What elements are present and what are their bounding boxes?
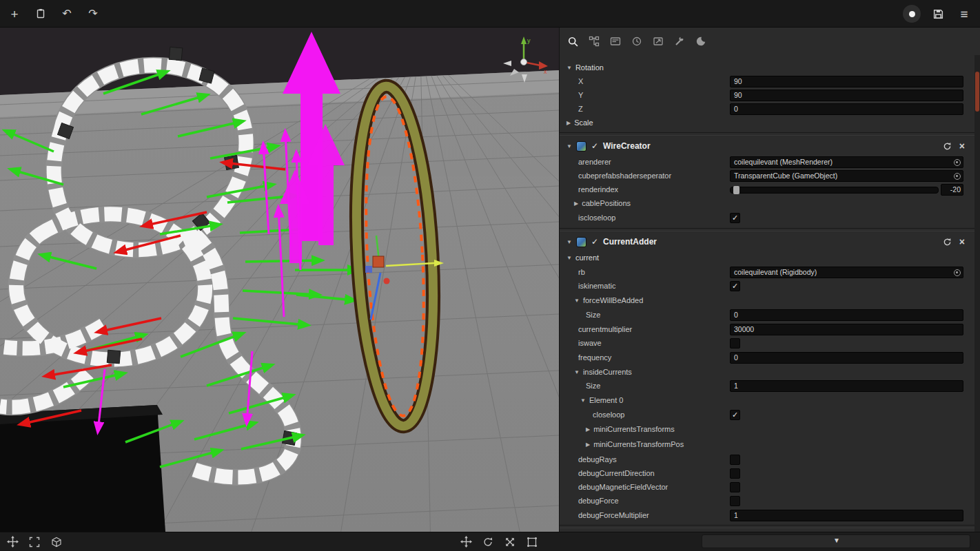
scene-viewport[interactable]: y x [0, 28, 559, 532]
reset-icon[interactable] [943, 142, 952, 151]
scrollbar-thumb[interactable] [975, 72, 979, 112]
slider-handle[interactable] [733, 186, 739, 194]
debugmagneticfieldvector-checkbox[interactable] [730, 482, 740, 492]
inspector-toolbar [560, 28, 980, 55]
cablepositions-foldout[interactable]: ▶cablePositions [574, 199, 631, 207]
foldout-closed-icon[interactable]: ▶ [566, 120, 571, 126]
insidecurrents-row: ▼insideCurrents [560, 365, 974, 379]
closeloop-checkbox[interactable]: ✓ [730, 410, 740, 420]
rotation-x-field[interactable]: 90 [730, 76, 963, 87]
component-name: WireCreator [603, 141, 651, 151]
rect-tool-icon[interactable] [525, 535, 539, 549]
element0-label: Element 0 [589, 396, 624, 404]
fullscreen-icon[interactable] [28, 535, 41, 549]
component-header-currentadder: ▼ ✓ CurrentAdder × [560, 234, 974, 251]
minitransforms-foldout[interactable]: ▶miniCurrentsTransforms [586, 425, 675, 433]
clipboard-icon[interactable] [32, 5, 50, 23]
remove-component-icon[interactable]: × [959, 237, 965, 247]
rotation-y-field[interactable]: 90 [730, 90, 963, 101]
iskinematic-checkbox[interactable]: ✓ [730, 281, 740, 291]
bottom-toolbar: ▼ [0, 532, 980, 551]
rotation-y-row: Y 90 [560, 88, 974, 102]
redo-icon[interactable]: ↷ [84, 5, 102, 23]
cubeprefab-object-field[interactable]: TransparentCube (GameObject) [730, 170, 963, 182]
foldout-open-icon[interactable]: ▼ [566, 255, 572, 261]
inspector-content: ▼Rotation X 90 Y 90 Z 0 ▶Scale ▼ ✓ WireC… [560, 55, 974, 532]
forcewillbeadded-foldout[interactable]: ▼forceWillBeAdded [574, 296, 643, 304]
foldout-closed-icon[interactable]: ▶ [586, 441, 590, 448]
rotate-tool-icon[interactable] [481, 535, 495, 549]
arenderer-label: arenderer [578, 158, 611, 166]
renderindex-slider[interactable] [730, 187, 939, 194]
reset-icon[interactable] [943, 238, 952, 247]
scene-canvas[interactable]: y x [0, 28, 559, 532]
debugforce-checkbox[interactable] [730, 496, 740, 506]
iscloseloop-checkbox[interactable]: ✓ [730, 213, 740, 223]
foldout-open-icon[interactable]: ▼ [566, 143, 572, 149]
top-toolbar-right: ≡ [903, 0, 973, 28]
remove-component-icon[interactable]: × [959, 141, 965, 151]
object-picker-icon[interactable] [954, 173, 961, 180]
foldout-open-icon[interactable]: ▼ [574, 298, 580, 304]
forcewillbeadded-row: ▼forceWillBeAdded [560, 293, 974, 308]
component-enabled-checkbox[interactable]: ✓ [591, 141, 598, 151]
insidecurrents-foldout[interactable]: ▼insideCurrents [574, 368, 632, 376]
inspector-panel: ▼Rotation X 90 Y 90 Z 0 ▶Scale ▼ ✓ WireC… [559, 28, 980, 532]
cube-icon[interactable] [50, 535, 63, 549]
component-enabled-checkbox[interactable]: ✓ [591, 237, 598, 247]
scene-dropdown[interactable]: ▼ [702, 534, 970, 548]
move-tool-icon[interactable] [6, 535, 19, 549]
scale-foldout[interactable]: ▶Scale [566, 118, 593, 127]
inspector-scrollbar[interactable] [974, 55, 980, 532]
rotation-label: Rotation [575, 63, 604, 72]
debugrays-checkbox[interactable] [730, 455, 740, 465]
debugforcemultiplier-field[interactable]: 1 [730, 510, 963, 521]
hierarchy-icon[interactable] [586, 34, 602, 49]
record-button[interactable] [903, 5, 921, 23]
iskinematic-row: iskinematic ✓ [560, 279, 974, 293]
object-picker-icon[interactable] [954, 269, 961, 276]
clock-icon[interactable] [629, 34, 644, 49]
save-icon[interactable] [929, 5, 947, 23]
foldout-closed-icon[interactable]: ▶ [574, 200, 578, 207]
foldout-closed-icon[interactable]: ▶ [586, 426, 590, 433]
wrench-icon[interactable] [672, 34, 687, 49]
renderindex-value-field[interactable]: -20 [941, 184, 963, 196]
foldout-open-icon[interactable]: ▼ [566, 239, 572, 245]
add-icon[interactable]: + [6, 5, 23, 23]
rotation-z-field[interactable]: 0 [730, 103, 963, 115]
search-icon[interactable] [565, 34, 580, 49]
separator [560, 228, 974, 231]
foldout-open-icon[interactable]: ▼ [580, 397, 586, 404]
inside-size-field[interactable]: 1 [730, 380, 963, 392]
moon-icon[interactable] [693, 34, 708, 49]
scale-tool-icon[interactable] [503, 535, 517, 549]
iswave-checkbox[interactable] [730, 338, 740, 349]
cubeprefab-row: cubeprefabshaderseperator TransparentCub… [560, 169, 974, 183]
card-icon[interactable] [608, 34, 623, 49]
force-size-field[interactable]: 0 [730, 309, 963, 321]
menu-icon[interactable]: ≡ [955, 5, 973, 23]
inside-size-row: Size 1 [560, 379, 974, 393]
frequency-field[interactable]: 0 [730, 352, 963, 364]
undo-icon[interactable]: ↶ [58, 5, 76, 23]
debugcurrentdirection-checkbox[interactable] [730, 468, 740, 479]
foldout-open-icon[interactable]: ▼ [574, 369, 580, 375]
minitransformpos-foldout[interactable]: ▶miniCurrentsTransformPos [586, 440, 684, 448]
object-picker-icon[interactable] [954, 159, 961, 166]
foldout-open-icon[interactable]: ▼ [566, 65, 572, 71]
arenderer-object-field[interactable]: coilequilevant (MeshRenderer) [730, 156, 963, 168]
rotation-foldout[interactable]: ▼Rotation [566, 63, 604, 72]
currentmultiplier-field[interactable]: 30000 [730, 324, 963, 335]
current-foldout[interactable]: ▼current [566, 253, 599, 262]
element0-foldout[interactable]: ▼Element 0 [580, 396, 623, 404]
object-field-value: coilequilevant (Rigidbody) [734, 268, 817, 276]
cubeprefab-label: cubeprefabshaderseperator [578, 171, 671, 180]
closeloop-row: closeloop ✓ [560, 408, 974, 422]
pan-tool-icon[interactable] [459, 535, 473, 549]
export-icon[interactable] [651, 34, 666, 49]
rb-object-field[interactable]: coilequilevant (Rigidbody) [730, 267, 963, 278]
debugrays-row: debugRays [560, 453, 974, 466]
dropdown-arrow-icon[interactable]: ▼ [833, 537, 840, 544]
axis-y-label: y [527, 37, 531, 44]
